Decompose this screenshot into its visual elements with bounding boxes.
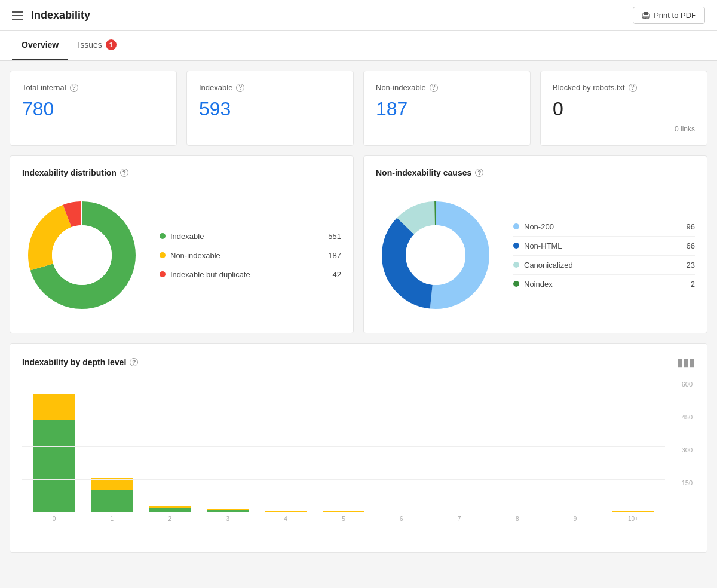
bar-group-1 bbox=[86, 478, 138, 512]
svg-rect-4 bbox=[645, 18, 646, 19]
non-indexable-help-icon[interactable]: ? bbox=[430, 84, 438, 92]
print-pdf-button[interactable]: Print to PDF bbox=[633, 7, 705, 24]
bar-group-0 bbox=[28, 394, 80, 512]
legend-indexable-value: 551 bbox=[328, 232, 341, 241]
stat-total-internal-label: Total internal ? bbox=[22, 83, 164, 92]
tab-overview-label: Overview bbox=[22, 40, 59, 50]
depth-help-icon[interactable]: ? bbox=[130, 358, 138, 366]
legend-non200-value: 96 bbox=[687, 222, 695, 231]
bar-nonindexable-1 bbox=[91, 478, 133, 490]
stat-indexable-value: 593 bbox=[199, 98, 341, 120]
x-label-3: 3 bbox=[202, 516, 254, 522]
header: Indexability Print to PDF bbox=[0, 0, 717, 31]
indexability-distribution-title: Indexability distribution ? bbox=[22, 168, 341, 177]
stat-indexable-label: Indexable ? bbox=[199, 83, 341, 92]
print-icon bbox=[642, 11, 650, 20]
indexability-distribution-card: Indexability distribution ? Indexable bbox=[10, 155, 354, 333]
dist-help-icon[interactable]: ? bbox=[120, 169, 128, 177]
legend-nonhtml-value: 66 bbox=[687, 241, 695, 250]
chart-type-icon[interactable]: ▮▮▮ bbox=[677, 356, 695, 369]
stat-blocked-robots-subtext: 0 links bbox=[553, 125, 695, 133]
legend-noindex-value: 2 bbox=[691, 280, 695, 289]
non200-dot bbox=[513, 223, 519, 229]
legend-indexable-label: Indexable bbox=[170, 232, 323, 241]
x-label-5: 5 bbox=[318, 516, 370, 522]
x-label-1: 1 bbox=[86, 516, 138, 522]
tab-overview[interactable]: Overview bbox=[12, 31, 68, 60]
legend-canonicalized: Canonicalized 23 bbox=[513, 256, 695, 275]
non-indexability-causes-legend: Non-200 96 Non-HTML 66 Canonicalized 23 bbox=[513, 218, 695, 293]
x-label-4: 4 bbox=[260, 516, 312, 522]
indexability-donut-svg bbox=[22, 195, 142, 315]
y-label-300: 300 bbox=[682, 446, 693, 454]
grid-line-450 bbox=[22, 414, 665, 414]
blocked-robots-help-icon[interactable]: ? bbox=[629, 84, 637, 92]
indexability-distribution-chart: Indexable 551 Non-indexable 187 Indexabl… bbox=[22, 189, 341, 321]
stat-blocked-robots: Blocked by robots.txt ? 0 0 links bbox=[540, 71, 707, 146]
svg-rect-3 bbox=[645, 17, 648, 17]
tab-issues[interactable]: Issues 1 bbox=[68, 31, 125, 60]
x-label-8: 8 bbox=[491, 516, 543, 522]
x-label-2: 2 bbox=[144, 516, 196, 522]
x-label-0: 0 bbox=[28, 516, 80, 522]
legend-non-indexable-value: 187 bbox=[328, 251, 341, 260]
legend-noindex: Noindex 2 bbox=[513, 275, 695, 293]
grid-line-150 bbox=[22, 479, 665, 480]
stat-blocked-robots-value: 0 bbox=[553, 98, 695, 120]
tabs-bar: Overview Issues 1 bbox=[0, 31, 717, 61]
svg-point-8 bbox=[52, 225, 112, 285]
print-btn-label: Print to PDF bbox=[654, 11, 696, 20]
chart-area bbox=[22, 381, 665, 512]
legend-non-indexable-label: Non-indexable bbox=[170, 251, 323, 260]
stat-non-indexable: Non-indexable ? 187 bbox=[363, 71, 531, 146]
legend-non200: Non-200 96 bbox=[513, 218, 695, 237]
grid-line-600 bbox=[22, 381, 665, 381]
depth-chart-card: Indexability by depth level ? ▮▮▮ bbox=[10, 343, 707, 553]
y-label-450: 450 bbox=[682, 414, 693, 421]
legend-nonhtml: Non-HTML 66 bbox=[513, 237, 695, 256]
indexable-duplicate-dot bbox=[160, 271, 166, 277]
y-label-150: 150 bbox=[682, 479, 693, 486]
indexable-help-icon[interactable]: ? bbox=[236, 84, 244, 92]
legend-nonhtml-label: Non-HTML bbox=[524, 241, 682, 250]
depth-title: Indexability by depth level ? bbox=[22, 357, 138, 367]
svg-point-13 bbox=[406, 225, 465, 285]
header-left: Indexability bbox=[12, 9, 90, 22]
non-indexable-dot bbox=[160, 252, 166, 258]
legend-indexable-duplicate-label: Indexable but duplicate bbox=[170, 270, 328, 279]
x-label-9: 9 bbox=[549, 516, 601, 522]
stat-non-indexable-label: Non-indexable ? bbox=[376, 83, 518, 92]
stat-indexable: Indexable ? 593 bbox=[186, 71, 354, 146]
charts-row: Indexability distribution ? Indexable bbox=[10, 155, 707, 333]
page-title: Indexability bbox=[31, 9, 90, 22]
menu-icon[interactable] bbox=[12, 11, 23, 20]
bar-nonindexable-0 bbox=[33, 394, 75, 420]
x-label-7: 7 bbox=[433, 516, 485, 522]
legend-non-indexable: Non-indexable 187 bbox=[160, 246, 341, 265]
non-indexability-causes-card: Non-indexability causes ? bbox=[363, 155, 707, 333]
issues-badge: 1 bbox=[106, 39, 117, 50]
grid-line-300 bbox=[22, 446, 665, 447]
depth-bar-chart: 600 450 300 150 0 1 2 3 4 5 6 7 8 9 10+ bbox=[22, 381, 695, 540]
canonicalized-dot bbox=[513, 262, 519, 268]
total-internal-help-icon[interactable]: ? bbox=[70, 84, 78, 92]
indexability-distribution-legend: Indexable 551 Non-indexable 187 Indexabl… bbox=[160, 227, 341, 284]
causes-help-icon[interactable]: ? bbox=[475, 169, 483, 177]
indexable-dot bbox=[160, 233, 166, 239]
stats-row: Total internal ? 780 Indexable ? 593 Non… bbox=[10, 71, 707, 146]
legend-indexable-duplicate: Indexable but duplicate 42 bbox=[160, 265, 341, 284]
y-axis: 600 450 300 150 bbox=[682, 381, 695, 512]
legend-canonicalized-label: Canonicalized bbox=[524, 261, 682, 270]
legend-noindex-label: Noindex bbox=[524, 280, 686, 289]
noindex-dot bbox=[513, 281, 519, 287]
legend-indexable-duplicate-value: 42 bbox=[333, 270, 341, 279]
bar-indexable-1 bbox=[91, 490, 133, 512]
nonhtml-dot bbox=[513, 243, 519, 249]
x-label-6: 6 bbox=[375, 516, 427, 522]
non-indexability-causes-title: Non-indexability causes ? bbox=[376, 168, 695, 177]
stat-total-internal-value: 780 bbox=[22, 98, 164, 120]
tab-issues-label: Issues bbox=[78, 40, 102, 50]
x-axis: 0 1 2 3 4 5 6 7 8 9 10+ bbox=[22, 512, 665, 522]
main-content: Total internal ? 780 Indexable ? 593 Non… bbox=[0, 61, 717, 562]
stat-total-internal: Total internal ? 780 bbox=[10, 71, 177, 146]
